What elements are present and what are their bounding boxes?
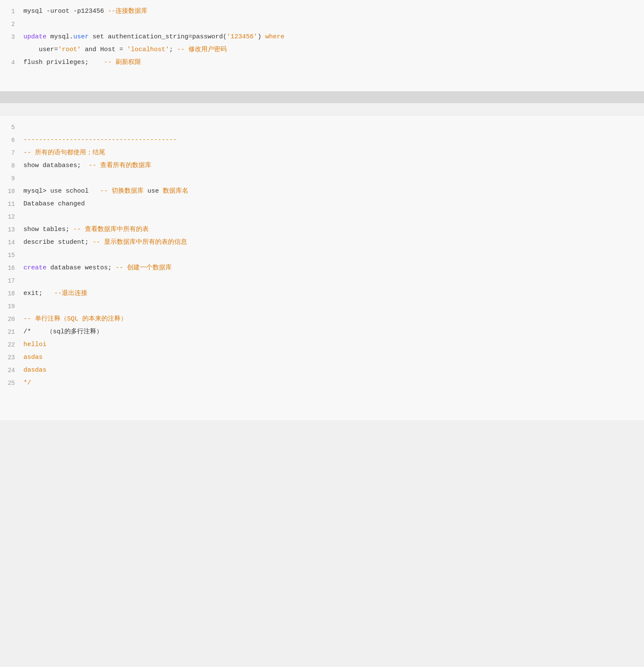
line-num-20: 20: [0, 313, 23, 326]
line-content-25: */: [23, 377, 644, 390]
code-line-24: 24 dasdas: [0, 364, 644, 377]
line-content-16: create database westos; -- 创建一个数据库: [23, 262, 644, 274]
code-line-8: 8 show databases; -- 查看所有的数据库: [0, 159, 644, 172]
code-line-1: 1 mysql -uroot -p123456 --连接数据库: [0, 5, 644, 18]
code-line-11: 11 Database changed: [0, 198, 644, 211]
line-num-13: 13: [0, 223, 23, 236]
line-content-13: show tables; -- 查看数据库中所有的表: [23, 223, 644, 236]
code-line-18: 18 exit; --退出连接: [0, 287, 644, 300]
line-content-8: show databases; -- 查看所有的数据库: [23, 159, 644, 172]
line-num-21: 21: [0, 326, 23, 338]
line-content-24: dasdas: [23, 364, 644, 377]
line-content-20: -- 单行注释（SQL 的本来的注释）: [23, 313, 644, 326]
code-line-21: 21 /* （sql的多行注释）: [0, 326, 644, 338]
code-section-1: 1 mysql -uroot -p123456 --连接数据库 2 3 upda…: [0, 0, 644, 91]
code-line-14: 14 describe student; -- 显示数据库中所有的表的信息: [0, 236, 644, 249]
code-line-17: 17: [0, 274, 644, 287]
line-content-5: [23, 121, 644, 134]
line-content-14: describe student; -- 显示数据库中所有的表的信息: [23, 236, 644, 249]
code-section-2: 5 6 ------------------------------------…: [0, 116, 644, 420]
line-content-12: [23, 211, 644, 223]
line-content-3: update mysql.user set authentication_str…: [23, 31, 644, 56]
code-line-12: 12: [0, 211, 644, 223]
line-content-15: [23, 249, 644, 262]
code-line-5: 5: [0, 121, 644, 134]
line-content-4: flush privileges; -- 刷新权限: [23, 56, 644, 69]
line-content-17: [23, 274, 644, 287]
code-line-16: 16 create database westos; -- 创建一个数据库: [0, 262, 644, 274]
code-line-13: 13 show tables; -- 查看数据库中所有的表: [0, 223, 644, 236]
line-num-19: 19: [0, 300, 23, 313]
line-num-24: 24: [0, 364, 23, 377]
line-num-15: 15: [0, 249, 23, 262]
code-line-10: 10 mysql> use school -- 切换数据库 use 数据库名: [0, 185, 644, 198]
line-num-1: 1: [0, 5, 23, 18]
code-line-23: 23 asdas: [0, 351, 644, 364]
code-line-4: 4 flush privileges; -- 刷新权限: [0, 56, 644, 69]
line-content-19: [23, 300, 644, 313]
line-content-11: Database changed: [23, 198, 644, 211]
line-num-25: 25: [0, 377, 23, 390]
line-num-7: 7: [0, 147, 23, 159]
line-num-14: 14: [0, 236, 23, 249]
line-content-9: [23, 172, 644, 185]
line-num-16: 16: [0, 262, 23, 274]
code-line-9: 9: [0, 172, 644, 185]
code-line-2: 2: [0, 18, 644, 31]
line-content-21: /* （sql的多行注释）: [23, 326, 644, 338]
code-line-15: 15: [0, 249, 644, 262]
line-content-18: exit; --退出连接: [23, 287, 644, 300]
line-content-6: ----------------------------------------: [23, 134, 644, 147]
line-num-17: 17: [0, 274, 23, 287]
line-num-6: 6: [0, 134, 23, 147]
code-line-20: 20 -- 单行注释（SQL 的本来的注释）: [0, 313, 644, 326]
line-num-18: 18: [0, 287, 23, 300]
line-num-23: 23: [0, 351, 23, 364]
line-num-5: 5: [0, 121, 23, 134]
code-line-7: 7 -- 所有的语句都使用；结尾: [0, 147, 644, 159]
line-num-22: 22: [0, 338, 23, 351]
code-line-3: 3 update mysql.user set authentication_s…: [0, 31, 644, 56]
line-num-3: 3: [0, 31, 23, 43]
line-content-22: helloi: [23, 338, 644, 351]
line-content-10: mysql> use school -- 切换数据库 use 数据库名: [23, 185, 644, 198]
line-num-2: 2: [0, 18, 23, 31]
code-line-6: 6 --------------------------------------…: [0, 134, 644, 147]
line-content-7: -- 所有的语句都使用；结尾: [23, 147, 644, 159]
line-content-23: asdas: [23, 351, 644, 364]
code-editor: 1 mysql -uroot -p123456 --连接数据库 2 3 upda…: [0, 0, 644, 420]
line-num-11: 11: [0, 198, 23, 211]
line-num-12: 12: [0, 211, 23, 223]
code-line-25: 25 */: [0, 377, 644, 390]
line-content-1: mysql -uroot -p123456 --连接数据库: [23, 5, 644, 18]
code-line-22: 22 helloi: [0, 338, 644, 351]
line-num-10: 10: [0, 185, 23, 198]
code-line-19: 19: [0, 300, 644, 313]
line-num-4: 4: [0, 56, 23, 69]
line-num-9: 9: [0, 172, 23, 185]
line-content-2: [23, 18, 644, 31]
line-num-8: 8: [0, 159, 23, 172]
section-separator: [0, 91, 644, 103]
